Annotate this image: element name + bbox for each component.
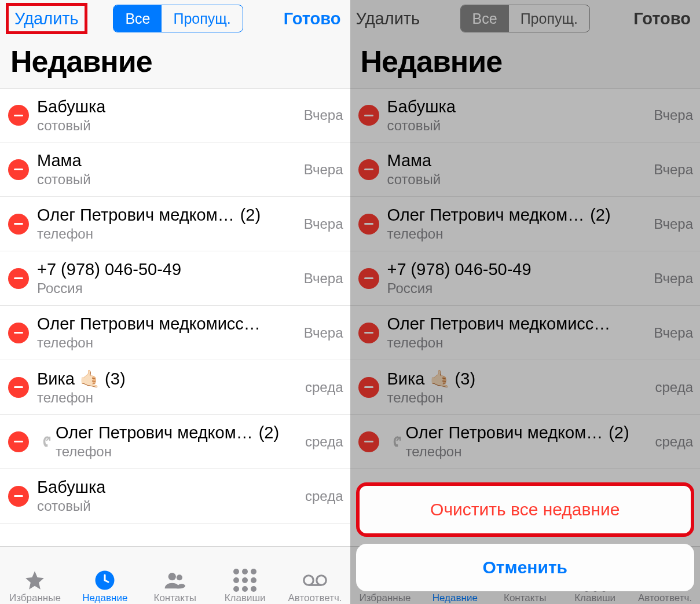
tab-voicemail[interactable]: Автоответч. [283, 569, 347, 604]
page-title: Недавние [0, 36, 350, 88]
call-entry[interactable]: Вика 🤙🏻 (3)телефонсреда [350, 360, 701, 415]
svg-point-4 [317, 576, 327, 585]
segment-missed[interactable]: Пропущ. [162, 5, 242, 32]
call-entry[interactable]: Олег Петрович медком…(2)телефонсреда [350, 415, 701, 469]
call-entry-body: Олег Петрович медкомисс…телефон [387, 314, 650, 351]
call-entry-subtitle: телефон [387, 390, 651, 406]
call-entry-body: Олег Петрович медком…(2)телефон [37, 206, 299, 242]
tab-keypad[interactable]: Клавиши [213, 569, 277, 604]
tab-contacts[interactable]: Контакты [143, 569, 207, 604]
right-pane-wrapper: Удалить Все Пропущ. Готово Недавние Бабу… [350, 0, 701, 604]
call-entry-subtitle: телефон [387, 226, 650, 242]
call-list[interactable]: БабушкасотовыйВчераМамасотовыйВчераОлег … [0, 88, 350, 546]
call-entry-time: среда [655, 379, 693, 396]
tab-favorites[interactable]: Избранные [3, 569, 67, 604]
call-entry-subtitle: сотовый [387, 118, 650, 134]
call-entry-time: Вчера [304, 216, 343, 232]
call-entry[interactable]: Бабушкасотовыйсреда [0, 469, 350, 524]
clear-all-recents-button[interactable]: Очистить все недавние [356, 482, 695, 537]
call-entry[interactable]: Олег Петрович медком…(2)телефонВчера [0, 197, 350, 251]
delete-entry-icon[interactable] [358, 159, 379, 180]
delete-entry-icon[interactable] [8, 323, 29, 343]
call-entry-body: +7 (978) 046-50-49Россия [37, 260, 299, 296]
delete-entry-icon[interactable] [358, 323, 379, 343]
segment-missed[interactable]: Пропущ. [509, 5, 589, 32]
delete-entry-icon[interactable] [358, 214, 379, 235]
call-entry-time: среда [655, 434, 693, 450]
left-pane: Удалить Все Пропущ. Готово Недавние Бабу… [0, 0, 350, 604]
call-entry-time: Вчера [304, 270, 343, 287]
call-entry-name: Олег Петрович медкомисс… [37, 314, 261, 334]
call-entry-subtitle: Россия [387, 280, 650, 296]
delete-entry-icon[interactable] [8, 214, 29, 235]
delete-entry-icon[interactable] [8, 105, 29, 126]
call-entry-name: Бабушка [37, 97, 105, 116]
call-entry-time: Вчера [654, 216, 693, 232]
tab-recents[interactable]: Недавние [73, 569, 137, 604]
star-icon [22, 569, 47, 591]
call-entry-subtitle: Россия [37, 280, 299, 296]
svg-point-3 [304, 576, 314, 585]
done-button[interactable]: Готово [284, 9, 341, 28]
delete-button[interactable]: Удалить [356, 9, 420, 28]
tab-bar: Избранные Недавние Контакты Клавиши [0, 546, 350, 604]
call-entry-body: Олег Петрович медком…(2)телефон [406, 423, 651, 460]
call-entry-name: Олег Петрович медком… [56, 423, 253, 442]
delete-entry-icon[interactable] [8, 377, 29, 398]
call-entry-body: Мамасотовый [387, 151, 650, 188]
call-entry-body: Вика 🤙🏻 (3)телефон [387, 369, 651, 406]
page-title: Недавние [350, 36, 701, 88]
call-entry[interactable]: БабушкасотовыйВчера [350, 88, 701, 142]
voicemail-icon [302, 569, 328, 591]
outgoing-call-icon [387, 435, 404, 449]
call-entry-body: Олег Петрович медком…(2)телефон [56, 423, 300, 460]
call-entry-subtitle: телефон [37, 226, 299, 242]
call-entry[interactable]: МамасотовыйВчера [0, 142, 350, 197]
segmented-control: Все Пропущ. [460, 5, 590, 32]
delete-entry-icon[interactable] [358, 105, 379, 126]
call-entry-body: Бабушкасотовый [37, 97, 299, 134]
call-entry-time: среда [305, 488, 343, 504]
delete-entry-icon[interactable] [358, 377, 379, 398]
call-entry[interactable]: БабушкасотовыйВчера [0, 88, 350, 142]
keypad-icon [232, 569, 258, 591]
tab-keypad-label: Клавиши [225, 592, 266, 604]
call-entry[interactable]: Олег Петрович медкомисс…телефонВчера [0, 306, 350, 360]
call-entry[interactable]: Олег Петрович медком…(2)телефонВчера [350, 197, 701, 251]
call-entry[interactable]: Вика 🤙🏻 (3)телефонсреда [0, 360, 350, 415]
segment-all[interactable]: Все [461, 5, 509, 32]
action-sheet: Очистить все недавние Отменить [350, 477, 701, 604]
delete-entry-icon[interactable] [358, 268, 379, 289]
call-entry[interactable]: +7 (978) 046-50-49РоссияВчера [0, 251, 350, 306]
call-entry-time: Вчера [304, 107, 343, 123]
call-entry-body: Вика 🤙🏻 (3)телефон [37, 369, 300, 406]
cancel-button[interactable]: Отменить [356, 544, 695, 591]
delete-entry-icon[interactable] [8, 159, 29, 180]
delete-entry-icon[interactable] [8, 431, 29, 452]
call-entry-subtitle: сотовый [387, 171, 650, 188]
tab-recents-label: Недавние [82, 592, 127, 604]
call-entry[interactable]: +7 (978) 046-50-49РоссияВчера [350, 251, 701, 306]
delete-button[interactable]: Удалить [6, 3, 87, 34]
delete-entry-icon[interactable] [8, 268, 29, 289]
call-entry[interactable]: Олег Петрович медкомисс…телефонВчера [350, 306, 701, 360]
call-entry-time: Вчера [654, 270, 693, 287]
done-button[interactable]: Готово [633, 9, 691, 28]
delete-entry-icon[interactable] [358, 431, 379, 452]
call-entry-body: Олег Петрович медкомисс…телефон [37, 314, 299, 351]
tab-favorites-label: Избранные [9, 592, 61, 604]
call-entry-subtitle: телефон [37, 335, 299, 351]
call-entry[interactable]: Олег Петрович медком…(2)телефонсреда [0, 415, 350, 469]
call-entry-subtitle: телефон [406, 444, 651, 460]
nav-bar: Удалить Все Пропущ. Готово [0, 0, 350, 36]
call-entry-time: Вчера [654, 325, 693, 341]
call-entry[interactable]: МамасотовыйВчера [350, 142, 701, 197]
call-count: (2) [590, 206, 610, 225]
call-entry-subtitle: телефон [56, 444, 300, 460]
call-entry-time: Вчера [654, 107, 693, 123]
call-entry-subtitle: телефон [387, 335, 650, 351]
segment-all[interactable]: Все [113, 5, 162, 32]
delete-entry-icon[interactable] [8, 486, 29, 507]
call-entry-name: +7 (978) 046-50-49 [387, 260, 532, 279]
call-entry-name: Бабушка [387, 97, 456, 116]
